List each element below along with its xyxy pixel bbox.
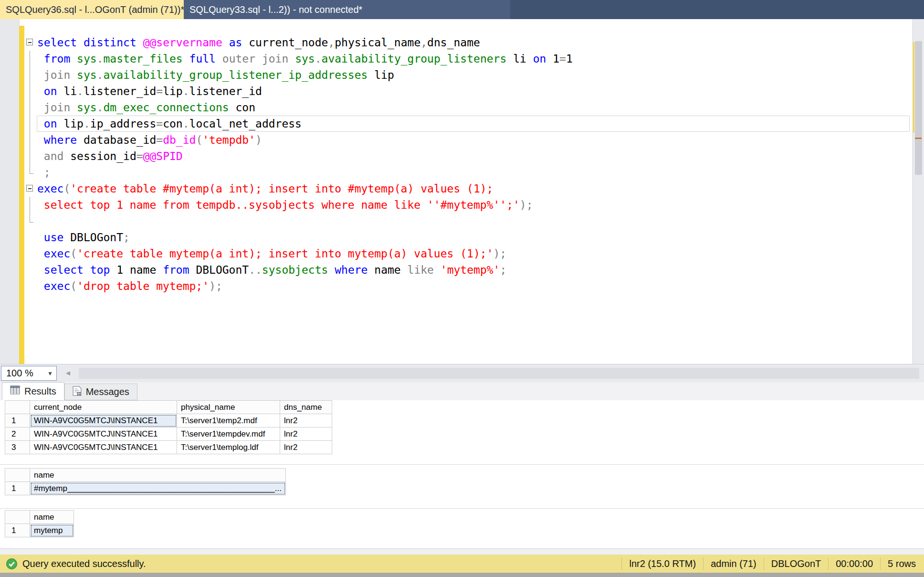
code-line[interactable]: select distinct @@servername as current_… [24,34,910,51]
code-token [434,264,441,276]
horizontal-scrollbar[interactable]: ◄ [57,364,924,382]
code-token [70,69,77,81]
grid-cell[interactable]: lnr2 [280,441,332,454]
code-token [37,53,44,65]
code-token: sys [77,101,97,114]
code-token: distinct [84,36,136,49]
code-token: DBLOGonT [189,264,249,276]
code-line[interactable]: join sys.availability_group_listener_ip_… [24,67,910,83]
code-token [255,53,262,65]
grid-splitter[interactable] [0,464,924,465]
tab-sqlquery36[interactable]: SQLQuery36.sql - l...OGonT (admin (71))*… [0,0,184,19]
code-line[interactable]: use DBLOGonT; [24,229,910,246]
collapse-toggle-icon[interactable] [24,181,37,197]
grid-corner-cell[interactable] [5,401,30,414]
scrollbar-caret-mark [915,138,922,139]
collapse-toggle-icon[interactable] [24,34,37,51]
code-line[interactable]: join sys.dm_exec_connections con [24,99,910,116]
result-grid-panel-2: name1#mytemp____________________________… [5,468,286,495]
code-token: . [97,69,104,81]
column-header[interactable]: name [30,511,74,524]
code-token: ) [255,134,262,146]
code-token: listener_id [84,85,156,97]
code-line[interactable]: select top 1 name from tempdb..sysobject… [24,197,910,213]
column-header[interactable]: current_node [30,401,177,414]
grid-cell[interactable]: mytemp [30,524,74,537]
grid-header-row: current_nodephysical_namedns_name [5,401,332,414]
outline-margin [24,164,37,181]
grid-cell[interactable]: T:\server1\temp2.mdf [177,414,280,427]
code-token: . [77,85,84,97]
code-area[interactable]: select distinct @@servername as current_… [24,34,910,294]
code-token: ( [70,247,77,260]
grid-cell[interactable]: T:\server1\tempdev.mdf [177,427,280,441]
code-token [136,36,143,49]
zoom-select[interactable]: 100 % ▼ [1,366,57,381]
code-line[interactable]: exec('create table #mytemp(a int); inser… [24,181,910,197]
code-token [328,264,335,276]
code-line[interactable]: on li.listener_id=lip.listener_id [24,83,910,99]
code-line[interactable]: select top 1 name from DBLOGonT..sysobje… [24,262,910,278]
code-token: exec [44,247,70,260]
code-line[interactable]: and session_id=@@SPID [24,148,910,164]
row-number[interactable]: 3 [5,441,30,454]
row-number[interactable]: 2 [5,427,30,441]
grid-cell[interactable]: lnr2 [280,427,332,441]
row-number[interactable]: 1 [5,482,30,495]
row-number[interactable]: 1 [5,414,30,427]
code-token: ( [63,182,70,195]
code-token: listener_id [189,85,262,97]
grid-corner-cell[interactable] [5,469,30,482]
vertical-scrollbar[interactable] [912,19,924,364]
grid-cell[interactable]: lnr2 [280,414,332,427]
code-token: join [44,69,70,81]
column-header[interactable]: dns_name [280,401,332,414]
code-token [288,53,295,65]
zoom-value: 100 % [6,368,33,379]
code-token [70,53,77,65]
column-header[interactable]: name [30,469,286,482]
results-pane-tabs: Results Messages [0,382,924,400]
sql-editor[interactable]: select distinct @@servername as current_… [0,19,924,364]
tab-messages[interactable]: Messages [64,384,137,400]
tab-results[interactable]: Results [2,382,64,400]
grid-header-row: name [5,469,286,482]
code-line[interactable]: exec('drop table mytemp;'); [24,278,910,294]
scrollbar-thumb[interactable] [915,41,922,175]
grid-header-row: name [5,511,74,524]
scroll-left-arrow-icon[interactable]: ◄ [64,369,72,377]
code-token: con [163,118,183,130]
code-line-text: where database_id=db_id('tempdb') [37,132,910,148]
grid-cell[interactable]: WIN-A9VC0G5MTCJ\INSTANCE1 [30,441,177,454]
code-token: dm_exec_connections [104,101,229,114]
code-line[interactable]: from sys.master_files full outer join sy… [24,51,910,67]
outline-margin [24,246,37,262]
code-token [37,101,44,114]
code-token [37,231,44,244]
code-token: select [37,36,77,49]
code-token: = [156,134,163,146]
row-number[interactable]: 1 [5,524,30,537]
code-line[interactable] [24,213,910,229]
grid-cell[interactable]: WIN-A9VC0G5MTCJ\INSTANCE1 [30,427,177,441]
code-line[interactable]: where database_id=db_id('tempdb') [24,132,910,148]
code-line[interactable]: ; [24,164,910,181]
code-token: sys [77,53,97,65]
tab-sqlquery33[interactable]: SQLQuery33.sql - l...2)) - not connected… [184,0,510,19]
table-row: 3WIN-A9VC0G5MTCJ\INSTANCE1T:\server1\tem… [5,441,332,454]
editor-bottom-bar: 100 % ▼ ◄ [0,364,924,382]
column-header[interactable]: physical_name [177,401,280,414]
code-token: select top 1 name from tempdb..sysobject… [44,199,520,211]
code-token: dns_name [427,36,480,49]
result-grid: current_nodephysical_namedns_name1WIN-A9… [5,400,332,454]
code-line[interactable]: on lip.ip_address=con.local_net_address [24,116,910,132]
status-item: DBLOGonT [764,557,828,570]
grid-cell[interactable]: WIN-A9VC0G5MTCJ\INSTANCE1 [30,414,177,427]
grid-cell[interactable]: T:\server1\templog.ldf [177,441,280,454]
grid-cell[interactable]: #mytemp_________________________________… [30,482,286,495]
grid-splitter[interactable] [0,508,924,509]
code-line[interactable]: exec('create table mytemp(a int); insert… [24,246,910,262]
grid-corner-cell[interactable] [5,511,30,524]
outline-margin [24,197,37,213]
scrollbar-thumb[interactable] [79,368,919,379]
